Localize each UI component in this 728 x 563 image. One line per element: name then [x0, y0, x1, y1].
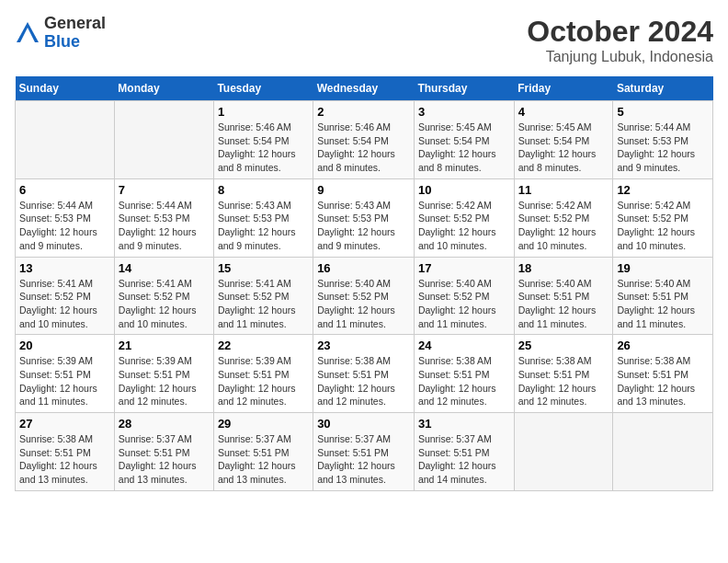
day-number: 2: [317, 105, 410, 119]
logo-general: General: [44, 14, 106, 32]
logo-blue: Blue: [44, 32, 80, 51]
calendar-week-1: 1Sunrise: 5:46 AMSunset: 5:54 PMDaylight…: [16, 101, 713, 179]
day-number: 19: [617, 261, 709, 275]
calendar-cell: [114, 101, 213, 179]
day-info: Sunrise: 5:41 AMSunset: 5:52 PMDaylight:…: [119, 277, 210, 331]
day-number: 24: [418, 339, 510, 352]
day-number: 15: [218, 261, 309, 275]
day-info: Sunrise: 5:44 AMSunset: 5:53 PMDaylight:…: [19, 199, 110, 253]
calendar-cell: 31Sunrise: 5:37 AMSunset: 5:51 PMDayligh…: [414, 413, 514, 491]
day-number: 16: [317, 261, 410, 275]
day-info: Sunrise: 5:38 AMSunset: 5:51 PMDaylight:…: [19, 432, 110, 487]
day-info: Sunrise: 5:37 AMSunset: 5:51 PMDaylight:…: [119, 432, 210, 487]
calendar-cell: 26Sunrise: 5:38 AMSunset: 5:51 PMDayligh…: [613, 335, 713, 413]
day-info: Sunrise: 5:46 AMSunset: 5:54 PMDaylight:…: [218, 121, 309, 175]
weekday-row: SundayMondayTuesdayWednesdayThursdayFrid…: [16, 76, 713, 101]
day-info: Sunrise: 5:43 AMSunset: 5:53 PMDaylight:…: [218, 199, 309, 253]
calendar-cell: 22Sunrise: 5:39 AMSunset: 5:51 PMDayligh…: [213, 335, 313, 413]
calendar-cell: 24Sunrise: 5:38 AMSunset: 5:51 PMDayligh…: [414, 335, 514, 413]
day-info: Sunrise: 5:40 AMSunset: 5:52 PMDaylight:…: [418, 277, 510, 331]
calendar-cell: 29Sunrise: 5:37 AMSunset: 5:51 PMDayligh…: [213, 413, 313, 491]
calendar-cell: 25Sunrise: 5:38 AMSunset: 5:51 PMDayligh…: [514, 335, 613, 413]
day-info: Sunrise: 5:37 AMSunset: 5:51 PMDaylight:…: [418, 432, 510, 487]
day-info: Sunrise: 5:38 AMSunset: 5:51 PMDaylight:…: [617, 354, 709, 408]
calendar-cell: 28Sunrise: 5:37 AMSunset: 5:51 PMDayligh…: [114, 413, 213, 491]
calendar-cell: 12Sunrise: 5:42 AMSunset: 5:52 PMDayligh…: [613, 178, 713, 257]
day-number: 27: [19, 417, 110, 431]
weekday-header-saturday: Saturday: [613, 76, 713, 101]
day-number: 23: [317, 339, 410, 352]
calendar-cell: 15Sunrise: 5:41 AMSunset: 5:52 PMDayligh…: [213, 257, 313, 335]
day-info: Sunrise: 5:41 AMSunset: 5:52 PMDaylight:…: [19, 277, 110, 331]
day-info: Sunrise: 5:44 AMSunset: 5:53 PMDaylight:…: [617, 121, 709, 175]
day-info: Sunrise: 5:39 AMSunset: 5:51 PMDaylight:…: [119, 354, 210, 408]
day-info: Sunrise: 5:43 AMSunset: 5:53 PMDaylight:…: [317, 199, 410, 253]
calendar-cell: 3Sunrise: 5:45 AMSunset: 5:54 PMDaylight…: [414, 101, 514, 179]
day-info: Sunrise: 5:45 AMSunset: 5:54 PMDaylight:…: [418, 121, 510, 175]
weekday-header-monday: Monday: [114, 76, 213, 101]
day-info: Sunrise: 5:44 AMSunset: 5:53 PMDaylight:…: [119, 199, 210, 253]
calendar-cell: 20Sunrise: 5:39 AMSunset: 5:51 PMDayligh…: [16, 335, 115, 413]
calendar-cell: 16Sunrise: 5:40 AMSunset: 5:52 PMDayligh…: [313, 257, 415, 335]
day-number: 5: [617, 105, 709, 119]
day-number: 26: [617, 339, 709, 352]
day-info: Sunrise: 5:40 AMSunset: 5:52 PMDaylight:…: [317, 277, 410, 331]
day-info: Sunrise: 5:37 AMSunset: 5:51 PMDaylight:…: [218, 432, 309, 487]
month-title: October 2024: [527, 15, 713, 49]
day-info: Sunrise: 5:39 AMSunset: 5:51 PMDaylight:…: [19, 354, 110, 408]
day-number: 18: [518, 261, 609, 275]
calendar-week-4: 20Sunrise: 5:39 AMSunset: 5:51 PMDayligh…: [16, 335, 713, 413]
calendar-cell: 27Sunrise: 5:38 AMSunset: 5:51 PMDayligh…: [16, 413, 115, 491]
calendar-header: SundayMondayTuesdayWednesdayThursdayFrid…: [16, 76, 713, 101]
day-info: Sunrise: 5:42 AMSunset: 5:52 PMDaylight:…: [518, 199, 609, 253]
day-number: 31: [418, 417, 510, 431]
calendar-cell: [514, 413, 613, 491]
location: Tanjung Lubuk, Indonesia: [527, 49, 713, 65]
day-info: Sunrise: 5:38 AMSunset: 5:51 PMDaylight:…: [518, 354, 609, 408]
calendar-cell: 8Sunrise: 5:43 AMSunset: 5:53 PMDaylight…: [213, 178, 313, 257]
calendar-cell: 17Sunrise: 5:40 AMSunset: 5:52 PMDayligh…: [414, 257, 514, 335]
calendar-cell: 30Sunrise: 5:37 AMSunset: 5:51 PMDayligh…: [313, 413, 415, 491]
calendar-cell: 14Sunrise: 5:41 AMSunset: 5:52 PMDayligh…: [114, 257, 213, 335]
day-number: 10: [418, 183, 510, 197]
calendar-cell: 2Sunrise: 5:46 AMSunset: 5:54 PMDaylight…: [313, 101, 415, 179]
day-number: 20: [19, 339, 110, 352]
calendar-cell: 11Sunrise: 5:42 AMSunset: 5:52 PMDayligh…: [514, 178, 613, 257]
calendar-body: 1Sunrise: 5:46 AMSunset: 5:54 PMDaylight…: [16, 101, 713, 491]
day-info: Sunrise: 5:42 AMSunset: 5:52 PMDaylight:…: [418, 199, 510, 253]
day-info: Sunrise: 5:41 AMSunset: 5:52 PMDaylight:…: [218, 277, 309, 331]
logo: General Blue: [15, 15, 106, 52]
calendar-cell: 19Sunrise: 5:40 AMSunset: 5:51 PMDayligh…: [613, 257, 713, 335]
calendar-cell: 6Sunrise: 5:44 AMSunset: 5:53 PMDaylight…: [16, 178, 115, 257]
day-number: 13: [19, 261, 110, 275]
calendar-cell: 10Sunrise: 5:42 AMSunset: 5:52 PMDayligh…: [414, 178, 514, 257]
calendar-week-5: 27Sunrise: 5:38 AMSunset: 5:51 PMDayligh…: [16, 413, 713, 491]
calendar-cell: 1Sunrise: 5:46 AMSunset: 5:54 PMDaylight…: [213, 101, 313, 179]
day-number: 21: [119, 339, 210, 352]
title-section: October 2024 Tanjung Lubuk, Indonesia: [527, 15, 713, 65]
logo-icon: [15, 20, 40, 46]
calendar-cell: 21Sunrise: 5:39 AMSunset: 5:51 PMDayligh…: [114, 335, 213, 413]
day-number: 8: [218, 183, 309, 197]
day-number: 9: [317, 183, 410, 197]
calendar-cell: 18Sunrise: 5:40 AMSunset: 5:51 PMDayligh…: [514, 257, 613, 335]
day-info: Sunrise: 5:38 AMSunset: 5:51 PMDaylight:…: [317, 354, 410, 408]
day-number: 28: [119, 417, 210, 431]
calendar-week-3: 13Sunrise: 5:41 AMSunset: 5:52 PMDayligh…: [16, 257, 713, 335]
day-number: 6: [19, 183, 110, 197]
day-info: Sunrise: 5:39 AMSunset: 5:51 PMDaylight:…: [218, 354, 309, 408]
calendar-cell: [16, 101, 115, 179]
day-number: 22: [218, 339, 309, 352]
calendar-cell: 4Sunrise: 5:45 AMSunset: 5:54 PMDaylight…: [514, 101, 613, 179]
day-info: Sunrise: 5:40 AMSunset: 5:51 PMDaylight:…: [518, 277, 609, 331]
day-number: 7: [119, 183, 210, 197]
calendar-cell: 7Sunrise: 5:44 AMSunset: 5:53 PMDaylight…: [114, 178, 213, 257]
calendar-cell: 9Sunrise: 5:43 AMSunset: 5:53 PMDaylight…: [313, 178, 415, 257]
day-number: 29: [218, 417, 309, 431]
day-number: 25: [518, 339, 609, 352]
calendar-table: SundayMondayTuesdayWednesdayThursdayFrid…: [15, 76, 713, 491]
page-header: General Blue October 2024 Tanjung Lubuk,…: [15, 15, 713, 65]
day-number: 17: [418, 261, 510, 275]
day-number: 14: [119, 261, 210, 275]
day-number: 11: [518, 183, 609, 197]
